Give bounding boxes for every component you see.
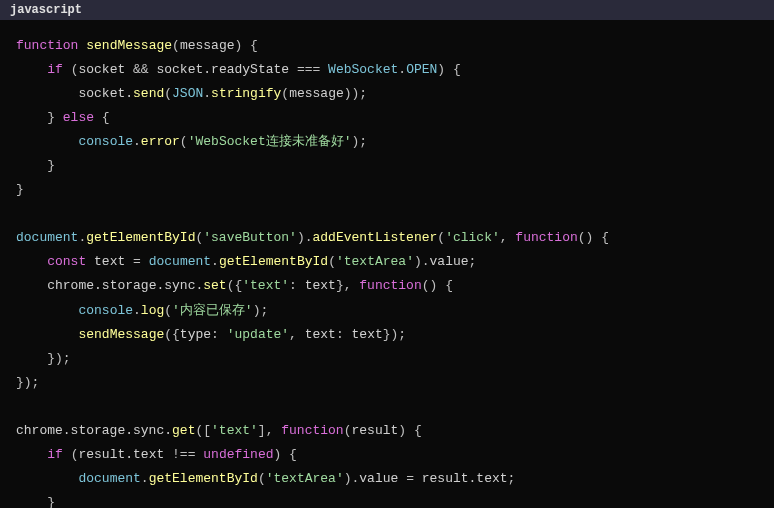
code-token: socket bbox=[78, 62, 125, 77]
code-token: = bbox=[398, 471, 421, 486]
code-token: ) { bbox=[274, 447, 297, 462]
code-token: ) { bbox=[398, 423, 421, 438]
code-token: ( bbox=[180, 134, 188, 149]
code-token: sendMessage bbox=[78, 327, 164, 342]
code-token: { bbox=[94, 110, 110, 125]
code-token: console bbox=[78, 303, 133, 318]
code-token: 'WebSocket连接未准备好' bbox=[188, 134, 352, 149]
code-token: ( bbox=[164, 86, 172, 101]
code-token: log bbox=[141, 303, 164, 318]
code-token: ); bbox=[352, 134, 368, 149]
code-token: : bbox=[211, 327, 227, 342]
code-token: console bbox=[78, 134, 133, 149]
code-token: ({ bbox=[227, 278, 243, 293]
code-token: undefined bbox=[203, 447, 273, 462]
code-token: if bbox=[47, 447, 63, 462]
code-token: ; bbox=[469, 254, 477, 269]
code-token: message bbox=[289, 86, 344, 101]
code-token: result.text bbox=[422, 471, 508, 486]
code-token bbox=[16, 254, 47, 269]
code-token: message bbox=[180, 38, 235, 53]
code-token: 'saveButton' bbox=[203, 230, 297, 245]
code-token: ( bbox=[164, 303, 172, 318]
code-token: ) { bbox=[437, 62, 460, 77]
code-token: document bbox=[16, 230, 78, 245]
code-token: ], bbox=[258, 423, 281, 438]
code-token: }); bbox=[16, 351, 71, 366]
code-token: && bbox=[125, 62, 156, 77]
code-token: text bbox=[352, 327, 383, 342]
code-token bbox=[16, 447, 47, 462]
code-token: ); bbox=[253, 303, 269, 318]
code-token: getElementById bbox=[219, 254, 328, 269]
code-token: )); bbox=[344, 86, 367, 101]
code-token: text bbox=[305, 278, 336, 293]
code-token: : bbox=[336, 327, 352, 342]
code-token: ( bbox=[344, 423, 352, 438]
code-token: if bbox=[47, 62, 63, 77]
code-token: addEventListener bbox=[313, 230, 438, 245]
code-token: stringify bbox=[211, 86, 281, 101]
code-token: WebSocket bbox=[328, 62, 398, 77]
code-token: 'textArea' bbox=[266, 471, 344, 486]
code-token: result.text bbox=[78, 447, 164, 462]
code-token: ( bbox=[437, 230, 445, 245]
code-token: ([ bbox=[195, 423, 211, 438]
code-token: () { bbox=[578, 230, 609, 245]
code-token: getElementById bbox=[86, 230, 195, 245]
code-token: OPEN bbox=[406, 62, 437, 77]
code-token: . bbox=[133, 303, 141, 318]
code-token: }); bbox=[383, 327, 406, 342]
code-token: sendMessage bbox=[86, 38, 172, 53]
code-token: get bbox=[172, 423, 195, 438]
code-token: } bbox=[16, 495, 55, 508]
code-token: ( bbox=[172, 38, 180, 53]
code-token: , bbox=[500, 230, 516, 245]
code-token: === bbox=[289, 62, 328, 77]
code-token: : bbox=[289, 278, 305, 293]
code-block[interactable]: function sendMessage(message) { if (sock… bbox=[0, 20, 774, 508]
code-token: } bbox=[16, 158, 55, 173]
code-token: '内容已保存' bbox=[172, 303, 253, 318]
code-token bbox=[16, 303, 78, 318]
code-token bbox=[16, 86, 78, 101]
code-token: } bbox=[16, 182, 24, 197]
code-token: 'text' bbox=[211, 423, 258, 438]
code-token: }, bbox=[336, 278, 359, 293]
code-token: document bbox=[78, 471, 140, 486]
code-token: 'textArea' bbox=[336, 254, 414, 269]
code-token: ({ bbox=[164, 327, 180, 342]
code-token: document bbox=[149, 254, 211, 269]
code-token: socket.readyState bbox=[156, 62, 289, 77]
code-token: send bbox=[133, 86, 164, 101]
code-token: 'text' bbox=[242, 278, 289, 293]
code-token: function bbox=[281, 423, 343, 438]
code-token: ) { bbox=[234, 38, 257, 53]
code-token: set bbox=[203, 278, 226, 293]
code-token: !== bbox=[164, 447, 203, 462]
code-token: text bbox=[94, 254, 125, 269]
code-token: ; bbox=[508, 471, 516, 486]
code-token: result bbox=[352, 423, 399, 438]
code-token: 'click' bbox=[445, 230, 500, 245]
code-token: . bbox=[211, 254, 219, 269]
code-token: . bbox=[141, 471, 149, 486]
code-token: }); bbox=[16, 375, 39, 390]
code-token: ). bbox=[297, 230, 313, 245]
code-language-header: javascript bbox=[0, 0, 774, 20]
code-token: 'update' bbox=[227, 327, 289, 342]
code-token: ( bbox=[281, 86, 289, 101]
code-token: function bbox=[515, 230, 577, 245]
code-token bbox=[16, 278, 47, 293]
code-token bbox=[16, 134, 78, 149]
code-token: , bbox=[289, 327, 305, 342]
code-token: value bbox=[359, 471, 398, 486]
code-token: value bbox=[430, 254, 469, 269]
code-token: ( bbox=[63, 62, 79, 77]
code-token: const bbox=[47, 254, 86, 269]
code-token: () { bbox=[422, 278, 453, 293]
code-token: chrome.storage.sync. bbox=[16, 423, 172, 438]
code-token: chrome.storage.sync. bbox=[47, 278, 203, 293]
code-token: function bbox=[16, 38, 78, 53]
code-token: else bbox=[63, 110, 94, 125]
